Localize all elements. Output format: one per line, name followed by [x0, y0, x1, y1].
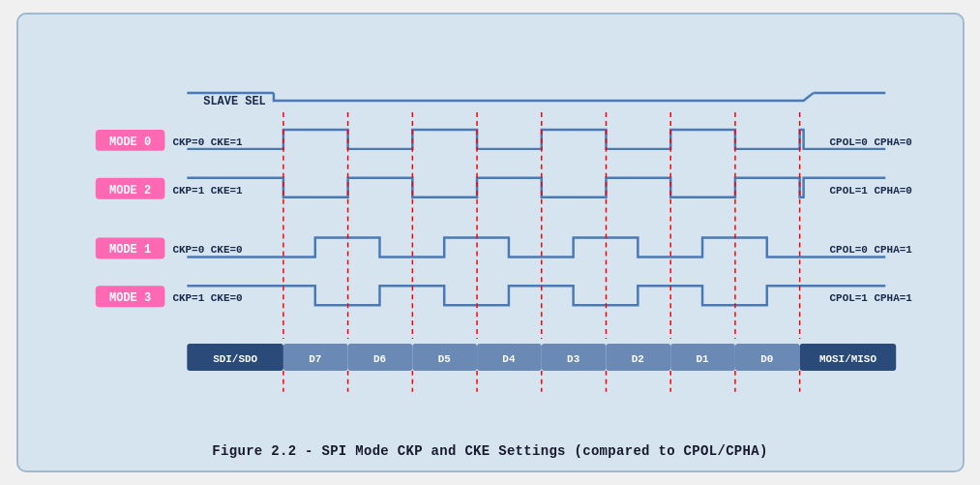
- mode0-right: CPOL=0 CPHA=0: [829, 136, 911, 148]
- mode2-label: MODE 2: [109, 184, 151, 197]
- mode1-right: CPOL=0 CPHA=1: [829, 244, 912, 256]
- data-sdi-sdo: SDI/SDO: [213, 353, 257, 365]
- data-d6: D6: [372, 353, 385, 365]
- mode2-right: CPOL=1 CPHA=0: [829, 185, 911, 197]
- data-mosi-miso: MOSI/MISO: [818, 353, 876, 365]
- mode0-label: MODE 0: [109, 136, 151, 149]
- slave-sel-label: SLAVE SEL: [203, 95, 265, 108]
- data-d0: D0: [760, 353, 773, 365]
- data-d5: D5: [437, 353, 450, 365]
- mode3-label: MODE 3: [109, 291, 151, 305]
- mode3-right: CPOL=1 CPHA=1: [829, 292, 912, 304]
- data-d1: D1: [696, 353, 709, 365]
- data-d2: D2: [631, 353, 643, 365]
- mode2-params: CKP=1 CKE=1: [172, 185, 243, 197]
- figure-container: MODE 0 MODE 2 MODE 1 MODE 3 SLAVE SEL CK…: [16, 13, 965, 472]
- mode0-params: CKP=0 CKE=1: [172, 136, 243, 148]
- figure-caption: Figure 2.2 - SPI Mode CKP and CKE Settin…: [38, 434, 943, 459]
- data-d4: D4: [502, 353, 516, 365]
- diagram-area: MODE 0 MODE 2 MODE 1 MODE 3 SLAVE SEL CK…: [38, 32, 943, 434]
- mode3-params: CKP=1 CKE=0: [172, 292, 242, 304]
- mode1-label: MODE 1: [109, 243, 151, 257]
- mode1-params: CKP=0 CKE=0: [172, 244, 242, 256]
- data-d3: D3: [567, 353, 580, 365]
- data-d7: D7: [309, 353, 321, 365]
